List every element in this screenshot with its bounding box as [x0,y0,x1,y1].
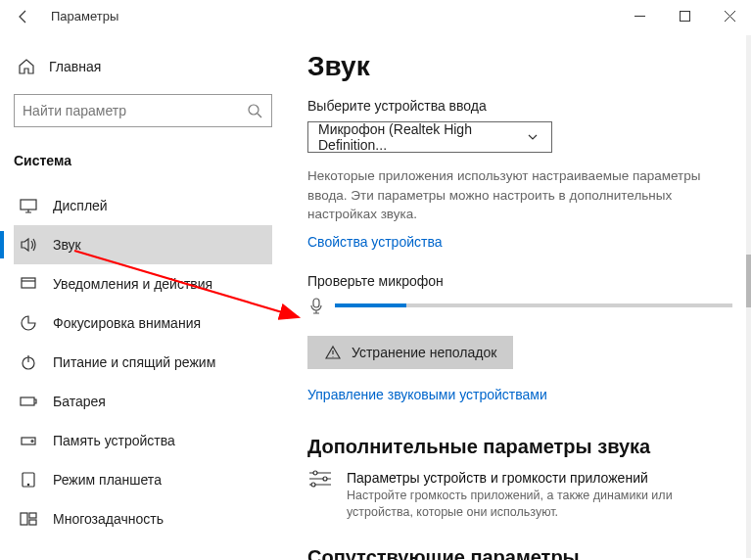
microphone-level-meter [335,303,732,307]
svg-point-14 [313,471,317,475]
maximize-button[interactable] [662,1,707,32]
sidebar-item-label: Режим планшета [53,472,162,488]
check-mic-label: Проверьте микрофон [307,273,732,289]
sidebar-item-label: Фокусировка внимания [53,315,201,331]
svg-point-1 [249,105,258,115]
input-device-select[interactable]: Микрофон (Realtek High Definition... [307,121,552,153]
sidebar-item-label: Память устройства [53,433,175,448]
close-button[interactable] [707,1,752,32]
minimize-button[interactable] [617,1,662,32]
troubleshoot-button[interactable]: Устранение неполадок [307,336,513,369]
search-placeholder: Найти параметр [23,103,126,118]
power-icon [20,353,37,371]
svg-rect-13 [313,299,319,307]
sidebar-item-label: Батарея [53,394,106,409]
window-titlebar: Параметры [0,0,752,33]
search-input[interactable]: Найти параметр [14,94,272,127]
sidebar-item-sound[interactable]: Звук [14,225,272,264]
input-device-value: Микрофон (Realtek High Definition... [318,121,524,153]
svg-point-16 [311,483,315,487]
display-icon [20,197,37,214]
sidebar-item-notifications[interactable]: Уведомления и действия [14,264,272,303]
main-content: Звук Выберите устройства ввода Микрофон … [284,33,752,560]
window-title: Параметры [51,9,118,23]
svg-point-7 [31,441,33,443]
sidebar-item-multitasking[interactable]: Многозадачность [14,499,272,538]
home-icon [18,58,35,75]
page-title: Звук [307,51,732,82]
svg-rect-3 [22,278,35,288]
search-icon [246,102,263,119]
storage-icon [20,432,37,449]
app-volume-title: Параметры устройств и громкости приложен… [347,470,709,486]
sidebar-item-power[interactable]: Питание и спящий режим [14,343,272,382]
sidebar-item-label: Многозадачность [53,511,164,527]
svg-rect-5 [21,397,34,405]
battery-icon [20,393,37,410]
troubleshoot-label: Устранение неполадок [352,345,496,360]
scrollbar-thumb[interactable] [746,255,751,307]
sidebar-home[interactable]: Главная [14,49,272,84]
input-device-label: Выберите устройства ввода [307,98,732,114]
advanced-heading: Дополнительные параметры звука [307,436,732,458]
input-help-text: Некоторые приложения используют настраив… [307,166,719,224]
sidebar-item-label: Дисплей [53,198,108,213]
back-button[interactable] [14,7,33,26]
window-controls [617,1,752,32]
sidebar-item-battery[interactable]: Батарея [14,382,272,421]
manage-devices-link[interactable]: Управление звуковыми устройствами [307,387,732,402]
sound-icon [20,236,37,254]
sidebar-item-storage[interactable]: Память устройства [14,421,272,460]
svg-point-9 [27,484,28,485]
tablet-icon [20,471,37,489]
sidebar: Главная Найти параметр Система Дисплей З… [0,33,284,560]
svg-rect-0 [680,12,689,22]
svg-rect-10 [21,513,27,525]
sidebar-item-label: Уведомления и действия [53,276,212,292]
chevron-down-icon [524,128,541,146]
sidebar-item-tablet[interactable]: Режим планшета [14,460,272,499]
app-volume-subtitle: Настройте громкость приложений, а также … [347,488,709,522]
warning-icon [324,344,342,361]
microphone-icon [307,297,325,314]
svg-rect-12 [29,520,36,525]
notifications-icon [20,275,37,293]
related-heading: Сопутствующие параметры [307,546,732,560]
focus-icon [20,314,37,332]
sidebar-home-label: Главная [49,59,101,74]
sidebar-item-label: Звук [53,237,81,253]
sliders-icon [307,470,333,488]
svg-rect-11 [29,513,36,518]
multitasking-icon [20,510,37,528]
scrollbar[interactable] [745,33,752,560]
app-volume-option[interactable]: Параметры устройств и громкости приложен… [307,470,732,522]
svg-point-15 [323,477,327,481]
sidebar-section-title: Система [14,153,272,168]
device-properties-link[interactable]: Свойства устройства [307,234,732,250]
sidebar-item-focus[interactable]: Фокусировка внимания [14,303,272,343]
svg-rect-2 [21,200,36,210]
sidebar-item-label: Питание и спящий режим [53,354,215,370]
sidebar-nav: Дисплей Звук Уведомления и действия Фоку… [14,186,272,538]
sidebar-item-display[interactable]: Дисплей [14,186,272,225]
